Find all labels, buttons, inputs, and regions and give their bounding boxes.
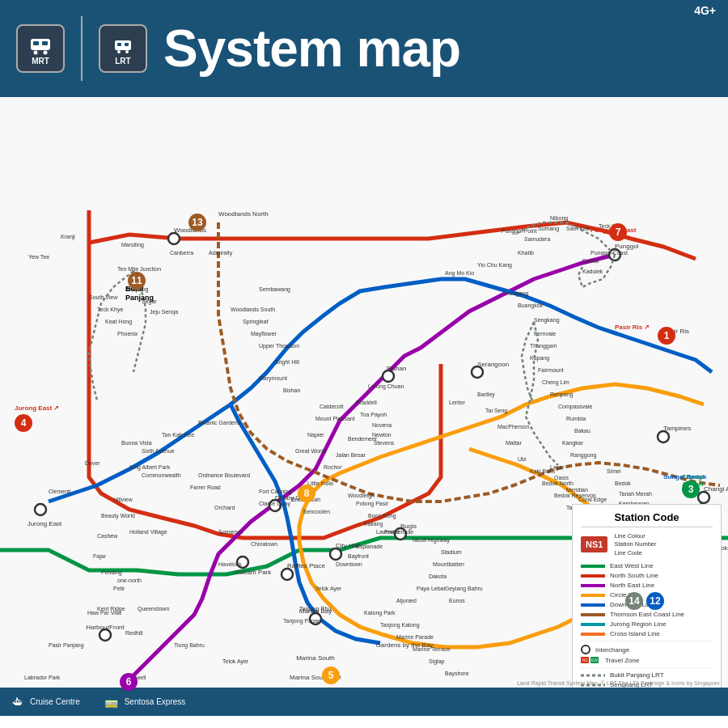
svg-point-17 xyxy=(383,370,394,382)
svg-text:Damai: Damai xyxy=(582,258,599,264)
legend-bplrt: Bukit Panjang LRT xyxy=(581,671,713,679)
legend-title: Station Code xyxy=(581,511,713,527)
svg-text:Sengkang: Sengkang xyxy=(534,317,560,324)
svg-text:Petir: Petir xyxy=(113,586,125,591)
svg-text:Meridian: Meridian xyxy=(566,487,588,493)
station-code-example: NS1 Line Colour Station Number Line Code xyxy=(581,532,713,558)
svg-text:Buona Vista: Buona Vista xyxy=(121,440,152,446)
svg-text:Clementi: Clementi xyxy=(49,489,71,494)
svg-point-22 xyxy=(99,629,111,641)
lrt-svg xyxy=(111,32,135,57)
svg-text:Mount Pleasant: Mount Pleasant xyxy=(315,416,355,421)
svg-text:Redhill: Redhill xyxy=(125,630,143,636)
zone-badge-13: 13 xyxy=(188,214,206,231)
svg-text:Bright Hill: Bright Hill xyxy=(275,359,299,366)
svg-text:Jurong East: Jurong East xyxy=(28,520,62,527)
zone-badge-8: 8 xyxy=(298,485,315,502)
svg-text:Outram Park: Outram Park xyxy=(235,569,272,576)
svg-text:Phoenix: Phoenix xyxy=(117,331,138,336)
svg-text:Siglap: Siglap xyxy=(429,658,445,665)
svg-text:Punggol Coast: Punggol Coast xyxy=(590,250,628,256)
svg-text:Keat Hong: Keat Hong xyxy=(105,319,132,325)
svg-text:Telok Ayer: Telok Ayer xyxy=(315,586,342,592)
travel-zone-symbol: NS EW xyxy=(581,656,600,664)
svg-text:Tampines: Tampines xyxy=(663,425,691,432)
svg-text:HarbourFront: HarbourFront xyxy=(86,624,125,631)
tel-color xyxy=(581,613,605,616)
svg-text:Tanjong Rhu: Tanjong Rhu xyxy=(299,606,331,612)
svg-text:Sumang: Sumang xyxy=(538,226,559,232)
svg-text:Bishan: Bishan xyxy=(283,387,301,393)
svg-text:Simei: Simei xyxy=(607,468,621,474)
svg-text:Tanjong Katong: Tanjong Katong xyxy=(380,622,420,629)
mrt-icon: MRT xyxy=(16,24,65,73)
legend-nsl: North South Line xyxy=(581,572,713,579)
svg-text:Marsiling: Marsiling xyxy=(121,242,144,248)
legend-divider xyxy=(581,641,713,641)
svg-text:Stevens: Stevens xyxy=(374,440,395,446)
svg-text:Lentor: Lentor xyxy=(449,400,466,405)
svg-point-6 xyxy=(117,50,121,53)
mrt-svg xyxy=(28,32,53,57)
cruise-centre-item: ⛴ Cruise Centre xyxy=(12,696,80,709)
svg-text:Upper Thomson: Upper Thomson xyxy=(259,343,299,349)
svg-text:Yio Chu Kang: Yio Chu Kang xyxy=(477,262,512,269)
sungei-bedok-label: Sungei Bedok xyxy=(663,473,706,480)
lrt-icon: LRT xyxy=(99,24,147,73)
svg-text:Holland Village: Holland Village xyxy=(129,529,167,535)
legend-divider2 xyxy=(581,667,713,668)
svg-text:Hillview: Hillview xyxy=(113,497,133,502)
svg-text:Labrador Park: Labrador Park xyxy=(24,675,61,680)
ship-icon: ⛴ xyxy=(12,696,23,709)
svg-text:Serangoon: Serangoon xyxy=(477,361,509,368)
svg-text:Kadulek: Kadulek xyxy=(582,269,603,274)
svg-text:Aljunied: Aljunied xyxy=(396,598,417,604)
svg-text:Clarke Quay: Clarke Quay xyxy=(259,501,290,507)
svg-text:Telok Ayer: Telok Ayer xyxy=(222,658,249,665)
svg-text:Samudera: Samudera xyxy=(524,236,550,242)
svg-text:Tanah Merah: Tanah Merah xyxy=(619,491,652,497)
svg-text:Boon Keng: Boon Keng xyxy=(368,513,396,519)
crl-color xyxy=(581,633,605,636)
svg-text:Thanggam: Thanggam xyxy=(530,343,557,349)
svg-text:Downtown: Downtown xyxy=(336,561,362,567)
svg-text:Lavender: Lavender xyxy=(376,529,400,535)
svg-text:King Albert Park: King Albert Park xyxy=(129,464,171,471)
svg-text:Mountbatten: Mountbatten xyxy=(433,561,464,567)
legend-tel: Thomson East Coast Line xyxy=(581,611,713,618)
svg-text:Tiong Bahru: Tiong Bahru xyxy=(174,642,205,649)
svg-point-21 xyxy=(698,492,709,503)
station-code-sample: NS1 xyxy=(581,536,607,552)
svg-text:Geylang Bahru: Geylang Bahru xyxy=(445,586,483,592)
svg-text:Newton: Newton xyxy=(372,432,392,438)
svg-text:Kallang: Kallang xyxy=(364,521,383,527)
legend-jrl: Jurong Region Line xyxy=(581,620,713,628)
svg-text:Paya Lebar: Paya Lebar xyxy=(417,586,446,592)
svg-text:Eunos: Eunos xyxy=(449,598,465,603)
svg-text:Woodlands South: Woodlands South xyxy=(231,307,275,312)
svg-text:Coral Edge: Coral Edge xyxy=(578,497,607,503)
svg-text:Tai Seng: Tai Seng xyxy=(485,408,507,414)
zone-badge-11: 11 xyxy=(128,272,146,290)
zone-badge-4: 4 xyxy=(15,414,32,432)
svg-text:Havelock: Havelock xyxy=(218,561,242,567)
svg-text:Chinatown: Chinatown xyxy=(251,541,277,547)
svg-point-16 xyxy=(472,366,483,378)
svg-point-7 xyxy=(125,50,129,53)
sentosa-express-item: 🚃 Sentosa Express xyxy=(104,696,186,709)
svg-text:Woodlands North: Woodlands North xyxy=(218,210,269,218)
jrl-color xyxy=(581,623,605,626)
svg-text:Cheng Lim: Cheng Lim xyxy=(542,379,569,386)
svg-text:Novena: Novena xyxy=(372,422,392,428)
svg-text:Dover: Dover xyxy=(85,460,100,466)
svg-rect-9 xyxy=(125,43,129,46)
legend-travel-zone: NS EW Travel Zone xyxy=(581,656,713,664)
page-title: System map xyxy=(163,19,460,78)
svg-text:Renpang: Renpang xyxy=(550,392,574,398)
svg-text:Ordnance Boulevard: Ordnance Boulevard xyxy=(198,472,250,478)
pasir-ris-label: Pasir Ris ↗ xyxy=(615,324,650,331)
svg-text:Raffles Place: Raffles Place xyxy=(287,562,326,569)
svg-text:Napier: Napier xyxy=(307,432,324,438)
zone-badge-5: 5 xyxy=(322,667,340,684)
zone-badge-3: 3 xyxy=(682,480,700,498)
